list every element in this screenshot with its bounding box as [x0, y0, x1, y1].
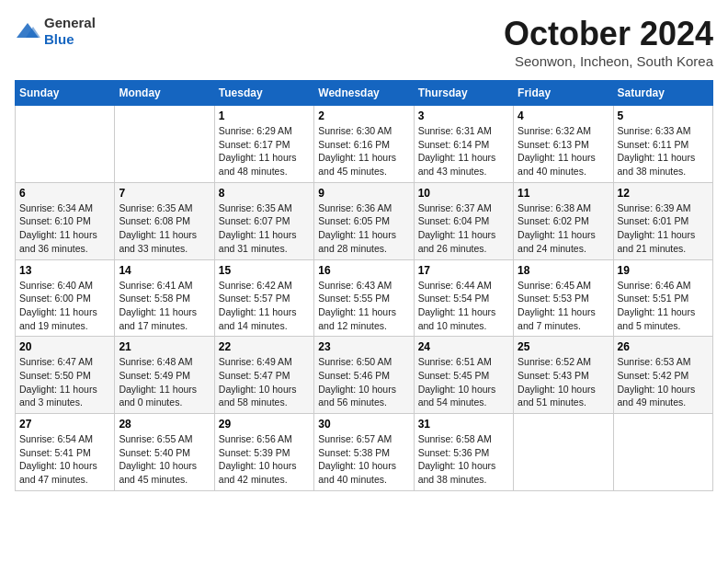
- day-number: 12: [618, 187, 709, 200]
- calendar-cell: 13Sunrise: 6:40 AM Sunset: 6:00 PM Dayli…: [16, 259, 115, 337]
- day-number: 23: [318, 340, 409, 353]
- logo: General Blue: [15, 15, 96, 48]
- calendar-cell: 29Sunrise: 6:56 AM Sunset: 5:39 PM Dayli…: [214, 414, 313, 491]
- day-number: 13: [19, 264, 110, 277]
- day-number: 9: [318, 187, 409, 200]
- calendar-cell: 1Sunrise: 6:29 AM Sunset: 6:17 PM Daylig…: [214, 106, 313, 183]
- location: Seonwon, Incheon, South Korea: [504, 53, 713, 69]
- calendar-cell: 12Sunrise: 6:39 AM Sunset: 6:01 PM Dayli…: [613, 182, 712, 259]
- day-info: Sunrise: 6:54 AM Sunset: 5:41 PM Dayligh…: [19, 432, 110, 487]
- logo-icon: [15, 21, 40, 41]
- calendar-cell: 27Sunrise: 6:54 AM Sunset: 5:41 PM Dayli…: [16, 414, 115, 491]
- day-number: 8: [219, 187, 310, 200]
- day-info: Sunrise: 6:56 AM Sunset: 5:39 PM Dayligh…: [219, 432, 310, 487]
- day-info: Sunrise: 6:43 AM Sunset: 5:55 PM Dayligh…: [318, 279, 409, 333]
- header-day-sunday: Sunday: [16, 81, 115, 106]
- day-number: 26: [618, 340, 709, 353]
- day-info: Sunrise: 6:47 AM Sunset: 5:50 PM Dayligh…: [19, 355, 110, 409]
- week-row-4: 27Sunrise: 6:54 AM Sunset: 5:41 PM Dayli…: [16, 414, 713, 491]
- day-info: Sunrise: 6:38 AM Sunset: 6:02 PM Dayligh…: [518, 201, 609, 256]
- day-number: 5: [618, 109, 709, 122]
- calendar-cell: 18Sunrise: 6:45 AM Sunset: 5:53 PM Dayli…: [514, 259, 613, 337]
- day-number: 10: [418, 187, 509, 200]
- day-number: 6: [19, 187, 110, 200]
- header-day-monday: Monday: [115, 81, 214, 106]
- day-info: Sunrise: 6:36 AM Sunset: 6:05 PM Dayligh…: [318, 201, 409, 256]
- day-info: Sunrise: 6:35 AM Sunset: 6:07 PM Dayligh…: [219, 201, 310, 256]
- day-number: 22: [219, 340, 310, 353]
- day-info: Sunrise: 6:58 AM Sunset: 5:36 PM Dayligh…: [418, 432, 509, 487]
- day-info: Sunrise: 6:46 AM Sunset: 5:51 PM Dayligh…: [618, 279, 709, 333]
- calendar-cell: 4Sunrise: 6:32 AM Sunset: 6:13 PM Daylig…: [514, 106, 613, 183]
- calendar-cell: 6Sunrise: 6:34 AM Sunset: 6:10 PM Daylig…: [16, 182, 115, 259]
- calendar-cell: [613, 414, 712, 491]
- day-info: Sunrise: 6:39 AM Sunset: 6:01 PM Dayligh…: [618, 201, 709, 256]
- day-number: 4: [518, 109, 609, 122]
- day-number: 29: [219, 418, 310, 431]
- day-number: 31: [418, 418, 509, 431]
- day-number: 15: [219, 264, 310, 277]
- calendar-cell: 19Sunrise: 6:46 AM Sunset: 5:51 PM Dayli…: [613, 259, 712, 337]
- day-info: Sunrise: 6:42 AM Sunset: 5:57 PM Dayligh…: [219, 279, 310, 333]
- calendar-cell: 8Sunrise: 6:35 AM Sunset: 6:07 PM Daylig…: [214, 182, 313, 259]
- month-title: October 2024: [504, 15, 713, 53]
- day-info: Sunrise: 6:31 AM Sunset: 6:14 PM Dayligh…: [418, 124, 509, 178]
- calendar-cell: 20Sunrise: 6:47 AM Sunset: 5:50 PM Dayli…: [16, 337, 115, 414]
- title-block: October 2024 Seonwon, Incheon, South Kor…: [504, 15, 713, 69]
- header-day-tuesday: Tuesday: [214, 81, 313, 106]
- calendar-cell: 31Sunrise: 6:58 AM Sunset: 5:36 PM Dayli…: [414, 414, 513, 491]
- calendar-cell: 7Sunrise: 6:35 AM Sunset: 6:08 PM Daylig…: [115, 182, 214, 259]
- day-number: 2: [318, 109, 409, 122]
- calendar-cell: 21Sunrise: 6:48 AM Sunset: 5:49 PM Dayli…: [115, 337, 214, 414]
- calendar-cell: 14Sunrise: 6:41 AM Sunset: 5:58 PM Dayli…: [115, 259, 214, 337]
- calendar-cell: 17Sunrise: 6:44 AM Sunset: 5:54 PM Dayli…: [414, 259, 513, 337]
- calendar-cell: 30Sunrise: 6:57 AM Sunset: 5:38 PM Dayli…: [314, 414, 414, 491]
- day-number: 19: [618, 264, 709, 277]
- week-row-0: 1Sunrise: 6:29 AM Sunset: 6:17 PM Daylig…: [16, 106, 713, 183]
- day-info: Sunrise: 6:48 AM Sunset: 5:49 PM Dayligh…: [119, 355, 210, 409]
- day-info: Sunrise: 6:41 AM Sunset: 5:58 PM Dayligh…: [119, 279, 210, 333]
- calendar-cell: 16Sunrise: 6:43 AM Sunset: 5:55 PM Dayli…: [314, 259, 414, 337]
- day-number: 30: [318, 418, 409, 431]
- header-day-friday: Friday: [514, 81, 613, 106]
- week-row-3: 20Sunrise: 6:47 AM Sunset: 5:50 PM Dayli…: [16, 337, 713, 414]
- calendar-cell: 11Sunrise: 6:38 AM Sunset: 6:02 PM Dayli…: [514, 182, 613, 259]
- calendar-cell: 9Sunrise: 6:36 AM Sunset: 6:05 PM Daylig…: [314, 182, 414, 259]
- day-number: 21: [119, 340, 210, 353]
- day-info: Sunrise: 6:37 AM Sunset: 6:04 PM Dayligh…: [418, 201, 509, 256]
- calendar-cell: 23Sunrise: 6:50 AM Sunset: 5:46 PM Dayli…: [314, 337, 414, 414]
- day-info: Sunrise: 6:30 AM Sunset: 6:16 PM Dayligh…: [318, 124, 409, 178]
- day-number: 18: [518, 264, 609, 277]
- header-day-wednesday: Wednesday: [314, 81, 414, 106]
- calendar-cell: 2Sunrise: 6:30 AM Sunset: 6:16 PM Daylig…: [314, 106, 414, 183]
- week-row-2: 13Sunrise: 6:40 AM Sunset: 6:00 PM Dayli…: [16, 259, 713, 337]
- day-number: 3: [418, 109, 509, 122]
- calendar-cell: 28Sunrise: 6:55 AM Sunset: 5:40 PM Dayli…: [115, 414, 214, 491]
- day-info: Sunrise: 6:51 AM Sunset: 5:45 PM Dayligh…: [418, 355, 509, 409]
- calendar-cell: 3Sunrise: 6:31 AM Sunset: 6:14 PM Daylig…: [414, 106, 513, 183]
- day-info: Sunrise: 6:45 AM Sunset: 5:53 PM Dayligh…: [518, 279, 609, 333]
- day-info: Sunrise: 6:44 AM Sunset: 5:54 PM Dayligh…: [418, 279, 509, 333]
- day-info: Sunrise: 6:55 AM Sunset: 5:40 PM Dayligh…: [119, 432, 210, 487]
- page-header: General Blue October 2024 Seonwon, Inche…: [15, 15, 713, 69]
- day-info: Sunrise: 6:49 AM Sunset: 5:47 PM Dayligh…: [219, 355, 310, 409]
- calendar-cell: 5Sunrise: 6:33 AM Sunset: 6:11 PM Daylig…: [613, 106, 712, 183]
- day-info: Sunrise: 6:57 AM Sunset: 5:38 PM Dayligh…: [318, 432, 409, 487]
- header-day-thursday: Thursday: [414, 81, 513, 106]
- day-number: 14: [119, 264, 210, 277]
- day-number: 24: [418, 340, 509, 353]
- day-number: 16: [318, 264, 409, 277]
- calendar-cell: [16, 106, 115, 183]
- calendar-body: 1Sunrise: 6:29 AM Sunset: 6:17 PM Daylig…: [16, 106, 713, 491]
- day-number: 7: [119, 187, 210, 200]
- day-info: Sunrise: 6:35 AM Sunset: 6:08 PM Dayligh…: [119, 201, 210, 256]
- calendar-cell: 25Sunrise: 6:52 AM Sunset: 5:43 PM Dayli…: [514, 337, 613, 414]
- day-number: 11: [518, 187, 609, 200]
- calendar-cell: 22Sunrise: 6:49 AM Sunset: 5:47 PM Dayli…: [214, 337, 313, 414]
- header-row: SundayMondayTuesdayWednesdayThursdayFrid…: [16, 81, 713, 106]
- day-number: 17: [418, 264, 509, 277]
- calendar-cell: [115, 106, 214, 183]
- logo-blue: Blue: [44, 31, 74, 47]
- logo-general: General: [44, 15, 96, 30]
- day-number: 25: [518, 340, 609, 353]
